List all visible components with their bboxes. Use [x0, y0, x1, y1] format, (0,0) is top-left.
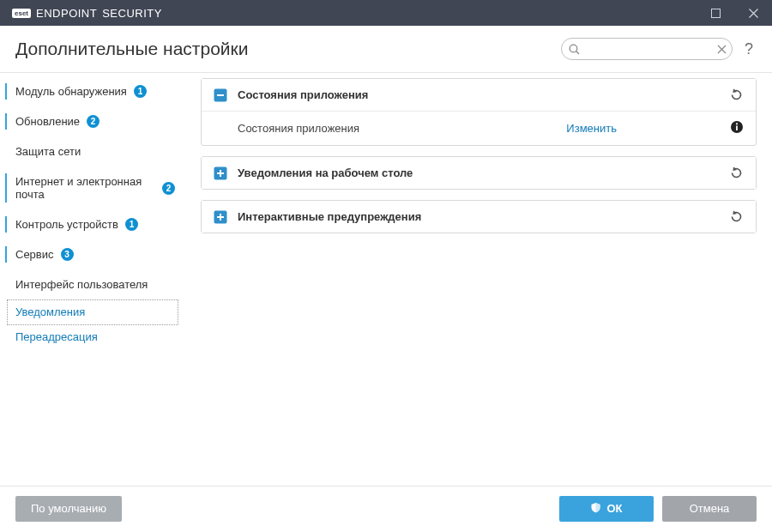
info-icon[interactable] [730, 120, 744, 136]
sidebar-item-label: Контроль устройств [15, 218, 118, 231]
panel-title: Интерактивные предупреждения [238, 210, 719, 223]
setting-label: Состояния приложения [238, 122, 556, 135]
panel-title: Уведомления на рабочем столе [238, 166, 719, 179]
sidebar-item-label: Интернет и электронная почта [15, 175, 155, 201]
sidebar-item-web-email[interactable]: Интернет и электронная почта 2 [0, 166, 184, 209]
close-button[interactable] [734, 0, 772, 26]
sidebar-item-label: Сервис [15, 248, 54, 261]
edit-link[interactable]: Изменить [566, 122, 617, 135]
maximize-button[interactable] [697, 0, 734, 26]
page-title: Дополнительные настройки [15, 39, 248, 59]
search-input[interactable] [583, 43, 714, 55]
sidebar-item-device-control[interactable]: Контроль устройств 1 [0, 209, 184, 239]
svg-point-1 [570, 45, 577, 52]
panel-title: Состояния приложения [238, 88, 719, 101]
body: Модуль обнаружения 1 Обновление 2 Защита… [0, 73, 772, 486]
reset-icon[interactable] [729, 88, 744, 102]
sidebar-item-network[interactable]: Защита сети [0, 136, 184, 166]
expand-icon [214, 210, 227, 224]
panel-interactive-alerts: Интерактивные предупреждения [201, 200, 757, 233]
ok-button-label: ОК [606, 502, 622, 515]
reset-icon[interactable] [729, 209, 744, 224]
search-icon [569, 44, 580, 55]
sidebar-badge: 1 [125, 218, 138, 231]
sidebar-item-label: Защита сети [15, 145, 81, 158]
sidebar-item-label: Интерфейс пользователя [15, 278, 148, 291]
brand-word-2: SECURITY [102, 7, 162, 20]
panel-desktop-notifications: Уведомления на рабочем столе [201, 156, 757, 190]
svg-rect-0 [711, 9, 720, 17]
window-controls [697, 0, 772, 26]
cancel-button[interactable]: Отмена [662, 496, 757, 522]
svg-line-2 [576, 51, 579, 53]
sidebar-item-ui[interactable]: Интерфейс пользователя [0, 269, 184, 299]
sidebar: Модуль обнаружения 1 Обновление 2 Защита… [0, 73, 192, 486]
sidebar-sub-notifications[interactable]: Уведомления [7, 299, 178, 325]
sidebar-badge: 2 [87, 115, 100, 128]
panel-body: Состояния приложения Изменить [202, 111, 756, 145]
default-button[interactable]: По умолчанию [15, 496, 122, 522]
sidebar-item-detection[interactable]: Модуль обнаружения 1 [0, 76, 184, 106]
svg-rect-13 [220, 214, 221, 221]
titlebar: eset ENDPOINT SECURITY [0, 0, 772, 26]
shield-icon [590, 502, 601, 516]
svg-rect-4 [217, 94, 224, 96]
svg-rect-6 [736, 126, 738, 131]
help-button[interactable]: ? [741, 40, 757, 58]
setting-row: Состояния приложения Изменить [202, 112, 756, 145]
clear-search-icon[interactable] [717, 45, 727, 54]
brand-word-1: ENDPOINT [36, 7, 97, 20]
sidebar-badge: 3 [61, 248, 74, 261]
sidebar-item-label: Модуль обнаружения [15, 85, 127, 98]
svg-rect-10 [220, 170, 221, 177]
sidebar-item-tools[interactable]: Сервис 3 [0, 239, 184, 269]
panel-app-states: Состояния приложения Состояния приложени… [201, 78, 757, 146]
panel-header[interactable]: Интерактивные предупреждения [202, 201, 756, 233]
header: Дополнительные настройки ? [0, 26, 772, 73]
panel-header[interactable]: Уведомления на рабочем столе [202, 157, 756, 189]
collapse-icon [214, 88, 227, 102]
sidebar-badge: 2 [162, 182, 175, 195]
brand: eset ENDPOINT SECURITY [12, 7, 162, 20]
svg-point-7 [736, 123, 738, 124]
sidebar-badge: 1 [134, 85, 147, 98]
sidebar-sub-forwarding[interactable]: Переадресация [0, 325, 184, 349]
panel-header[interactable]: Состояния приложения [202, 79, 756, 111]
sidebar-item-update[interactable]: Обновление 2 [0, 106, 184, 136]
search-box[interactable] [561, 38, 733, 60]
footer: По умолчанию ОК Отмена [0, 486, 772, 530]
sidebar-item-label: Обновление [15, 115, 80, 128]
expand-icon [214, 166, 227, 180]
main-content: Состояния приложения Состояния приложени… [192, 73, 772, 486]
brand-badge: eset [12, 9, 31, 18]
reset-icon[interactable] [729, 166, 744, 180]
ok-button[interactable]: ОК [559, 496, 654, 522]
